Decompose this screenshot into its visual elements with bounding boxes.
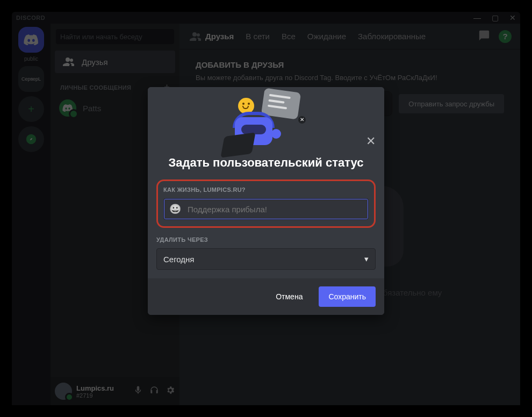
modal-title: Задать пользовательский статус bbox=[148, 156, 384, 170]
custom-status-modal: ✕ ✕ Задать пользовательский статус КАК Ж… bbox=[148, 87, 384, 315]
cancel-button[interactable]: Отмена bbox=[266, 286, 312, 307]
emoji-picker-button[interactable]: 😀 bbox=[169, 203, 181, 215]
status-field-label: КАК ЖИЗНЬ, LUMPICS.RU? bbox=[163, 186, 369, 193]
save-button[interactable]: Сохранить bbox=[319, 286, 376, 307]
highlighted-status-field: КАК ЖИЗНЬ, LUMPICS.RU? 😀 bbox=[156, 179, 376, 228]
modal-close-button[interactable]: ✕ bbox=[366, 134, 376, 148]
chevron-down-icon: ▾ bbox=[364, 254, 369, 264]
modal-illustration: ✕ bbox=[148, 87, 384, 152]
clear-after-select[interactable]: Сегодня ▾ bbox=[156, 248, 376, 270]
clear-after-label: УДАЛИТЬ ЧЕРЕЗ bbox=[156, 236, 376, 243]
modal-backdrop[interactable]: ✕ ✕ Задать пользовательский статус КАК Ж… bbox=[12, 12, 520, 405]
custom-status-input[interactable] bbox=[188, 205, 363, 214]
